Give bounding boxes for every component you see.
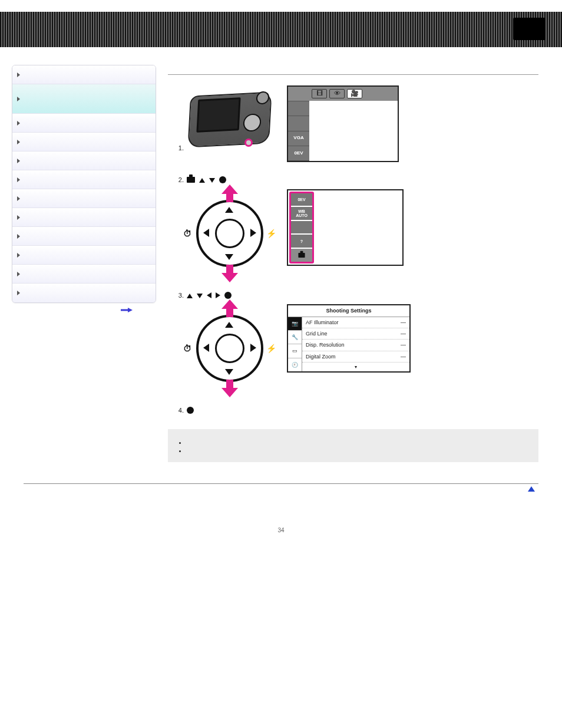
settings-row: Digital Zoom — (302, 351, 409, 363)
settings-row-value: — (401, 330, 406, 338)
step-4 (186, 406, 538, 416)
menu-cell-help: ? (291, 235, 312, 249)
chevron-right-icon (17, 291, 20, 295)
triangle-right-icon (216, 292, 220, 298)
lcd-screen-1: VGA 0EV 🎞 👁 🎥 (287, 85, 399, 162)
step-1: VGA 0EV 🎞 👁 🎥 (186, 85, 538, 162)
settings-row-name: AF Illuminator (306, 318, 339, 327)
pink-arrow-down-icon (218, 380, 242, 397)
pink-arrow-down-icon (218, 265, 242, 282)
sidebar-item-9[interactable] (12, 227, 156, 246)
chevron-right-icon (17, 272, 20, 276)
menu-cell-toolbox (291, 249, 312, 262)
menu-button-highlight (244, 139, 253, 147)
settings-row-value: — (401, 341, 406, 349)
triangle-down-icon (197, 294, 203, 298)
settings-row-value: — (401, 353, 406, 361)
chevron-right-icon (17, 196, 20, 201)
page-number: 34 (0, 527, 562, 533)
note-item (187, 447, 530, 454)
arrow-right-icon (121, 308, 133, 312)
notes-box (168, 429, 538, 462)
settings-tab-tools-icon: 🔧 (288, 331, 302, 344)
triangle-down-icon (209, 178, 215, 183)
settings-row-name: Grid Line (306, 330, 328, 338)
control-button-illustration-1: ⏱ ⚡ (186, 189, 274, 278)
camera-illustration (186, 85, 274, 150)
triangle-up-icon (199, 178, 205, 183)
settings-row: Grid Line — (302, 328, 409, 340)
settings-tab-clock-icon: 🕘 (288, 358, 302, 371)
sidebar-item-3[interactable] (12, 114, 156, 133)
settings-row-name: Digital Zoom (306, 353, 336, 361)
sidebar-item-2-active[interactable] (12, 84, 156, 114)
settings-tab-camera-icon: 📷 (288, 317, 302, 331)
settings-row: Disp. Resolution — (302, 340, 409, 351)
settings-row-name: Disp. Resolution (306, 341, 345, 349)
chevron-right-icon (17, 140, 20, 144)
menu-cell-wb: WB AUTO (291, 207, 312, 221)
chevron-right-icon (17, 215, 20, 220)
header-tab (513, 18, 546, 40)
lcd-left-icon (288, 101, 309, 116)
sidebar-item-1[interactable] (12, 65, 156, 84)
center-dot-icon (224, 292, 232, 299)
sidebar (12, 65, 156, 462)
step-2: ⏱ ⚡ 0EV WB AUTO (186, 175, 538, 278)
highlighted-menu-column: 0EV WB AUTO ? (289, 192, 314, 263)
lcd-left-icon: 0EV (288, 146, 309, 161)
sidebar-item-8[interactable] (12, 208, 156, 227)
control-button-illustration-2: ⏱ ⚡ (186, 304, 274, 393)
sidebar-item-7[interactable] (12, 189, 156, 208)
lcd-screen-2: 0EV WB AUTO ? (287, 189, 404, 266)
settings-box: Shooting Settings 📷 🔧 ▭ 🕘 (287, 304, 411, 373)
settings-row: AF Illuminator — (302, 317, 409, 328)
sidebar-item-5[interactable] (12, 151, 156, 170)
main-content: VGA 0EV 🎞 👁 🎥 (168, 65, 538, 462)
tab-chip: 🎞 (312, 89, 327, 98)
lcd-left-icon (288, 87, 309, 101)
sidebar-next-link[interactable] (12, 303, 156, 312)
toolbox-icon (187, 177, 195, 183)
sidebar-item-4[interactable] (12, 133, 156, 151)
flash-icon: ⚡ (266, 342, 276, 355)
triangle-left-icon (207, 292, 211, 298)
menu-cell-3 (291, 221, 312, 235)
sidebar-item-10[interactable] (12, 246, 156, 265)
menu-cell-ev: 0EV (291, 193, 312, 207)
lcd-top-tabs: 🎞 👁 🎥 (309, 87, 398, 101)
center-dot-icon (219, 176, 226, 183)
step-3: ⏱ ⚡ Shooting Settings (186, 291, 538, 393)
horizontal-rule (168, 74, 538, 75)
chevron-right-icon (17, 177, 20, 182)
steps-list: VGA 0EV 🎞 👁 🎥 (168, 85, 538, 416)
settings-tab-display-icon: ▭ (288, 344, 302, 358)
self-timer-icon: ⏱ (183, 227, 191, 240)
chevron-right-icon (17, 73, 20, 77)
chevron-right-icon (17, 121, 20, 126)
flash-icon: ⚡ (266, 227, 276, 240)
note-item (187, 439, 530, 446)
sidebar-menu (12, 65, 156, 303)
sidebar-item-12[interactable] (12, 284, 156, 302)
center-dot-icon (187, 407, 194, 414)
sidebar-item-11[interactable] (12, 265, 156, 284)
sidebar-item-6[interactable] (12, 170, 156, 189)
chevron-right-icon (17, 97, 20, 101)
lcd-left-icon: VGA (288, 131, 309, 146)
chevron-right-icon (17, 253, 20, 258)
triangle-up-icon (187, 294, 193, 298)
pink-arrow-up-icon (218, 185, 242, 202)
chevron-right-icon (17, 234, 20, 239)
settings-row-value: — (401, 318, 406, 327)
settings-box-title: Shooting Settings (288, 305, 409, 317)
settings-more-indicator: ▾ (302, 363, 409, 371)
self-timer-icon: ⏱ (183, 342, 191, 355)
chevron-right-icon (17, 159, 20, 163)
header-hatch-bar (0, 12, 562, 47)
pink-arrow-up-icon (218, 299, 242, 317)
lcd-left-icon (288, 116, 309, 131)
triangle-up-icon (528, 486, 535, 492)
footer (24, 483, 538, 492)
tab-chip-movie: 🎥 (347, 89, 362, 98)
